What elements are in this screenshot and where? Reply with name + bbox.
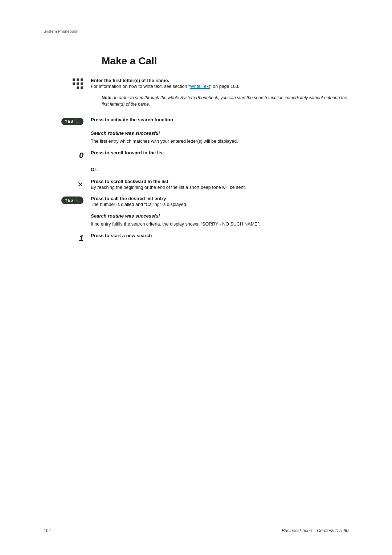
zero-icon-container: 0	[44, 150, 91, 160]
one-icon: 1	[79, 234, 83, 243]
step-asterisk-text: Press to scroll backward in the list By …	[91, 179, 348, 191]
step-1-note: Note: In order to step through the whole…	[102, 94, 348, 108]
or-text-container: Or:	[91, 165, 348, 174]
step-one-text: Press to start a new search	[91, 233, 348, 238]
asterisk-icon-container: ✕	[44, 179, 91, 189]
step-yes-2: YES 📞 Press to call the desired list ent…	[44, 196, 348, 208]
step-yes-2-text: Press to call the desired list entry The…	[91, 196, 348, 208]
step-asterisk-label: Press to scroll backward in the list	[91, 179, 348, 184]
search-desc-1: The first entry which matches with your …	[91, 138, 348, 145]
keypad-dot	[77, 86, 79, 89]
keypad-dot	[73, 82, 75, 85]
keypad-dot	[77, 82, 79, 85]
header-label: System Phonebook	[44, 29, 348, 33]
keypad-icon	[73, 78, 83, 89]
keypad-dot	[73, 78, 75, 81]
step-1-description: For information on how to write text, se…	[91, 83, 348, 90]
search-desc-2: If no entry fulfils the search criteria,…	[91, 221, 348, 228]
phone-icon-2: 📞	[75, 198, 80, 203]
keypad-dot	[81, 78, 83, 81]
phone-icon: 📞	[75, 119, 80, 124]
step-one: 1 Press to start a new search	[44, 233, 348, 243]
keypad-dot	[81, 82, 83, 85]
step-zero-text: Press to scroll forward in the list	[91, 150, 348, 155]
yes-button-1: YES 📞	[61, 118, 83, 125]
step-1-bold-label: Enter the first letter(s) of the name.	[91, 78, 348, 83]
step-7-icon-empty	[44, 213, 91, 214]
write-text-link[interactable]: Write Text	[190, 84, 210, 89]
yes-button-2-container: YES 📞	[44, 196, 91, 204]
step-zero: 0 Press to scroll forward in the list	[44, 150, 348, 160]
keypad-dot	[77, 78, 79, 81]
page: System Phonebook Make a Call Enter the f…	[0, 0, 392, 555]
step-2: YES 📞 Press to activate the search funct…	[44, 117, 348, 125]
footer-right-text: BusinessPhone – Cordless DT590	[282, 528, 348, 533]
yes-button-1-container: YES 📞	[44, 117, 91, 125]
one-icon-container: 1	[44, 233, 91, 243]
step-asterisk: ✕ Press to scroll backward in the list B…	[44, 179, 348, 191]
step-7-text: Search routine was successful If no entr…	[91, 213, 348, 228]
page-number: 102	[44, 528, 51, 533]
step-one-label: Press to start a new search	[91, 233, 348, 238]
step-zero-label: Press to scroll forward in the list	[91, 150, 348, 155]
step-yes-2-label: Press to call the desired list entry	[91, 196, 348, 201]
step-3-text: Search routine was successful The first …	[91, 130, 348, 145]
step-asterisk-desc: By reaching the beginning or the end of …	[91, 184, 348, 191]
asterisk-icon: ✕	[77, 180, 83, 189]
or-label: Or:	[91, 167, 348, 172]
step-1-text: Enter the first letter(s) of the name. F…	[91, 78, 348, 112]
keypad-icon-container	[44, 78, 91, 89]
search-heading-1: Search routine was successful	[91, 130, 348, 136]
or-row: Or:	[44, 165, 348, 174]
zero-icon: 0	[79, 151, 83, 160]
step-1: Enter the first letter(s) of the name. F…	[44, 78, 348, 112]
search-success-2: Search routine was successful If no entr…	[44, 213, 348, 228]
or-icon-empty	[44, 165, 91, 166]
keypad-dot	[81, 86, 83, 89]
step-2-text: Press to activate the search function	[91, 117, 348, 122]
page-footer: 102 BusinessPhone – Cordless DT590	[0, 528, 392, 533]
page-title: Make a Call	[102, 55, 348, 67]
search-heading-2: Search routine was successful	[91, 213, 348, 219]
search-success-1: Search routine was successful The first …	[44, 130, 348, 145]
step-2-bold-label: Press to activate the search function	[91, 117, 348, 122]
keypad-dot-empty	[73, 86, 75, 89]
yes-button-2: YES 📞	[61, 197, 83, 204]
step-yes-2-desc: The number is dialled and “Calling” is d…	[91, 201, 348, 208]
step-3-icon-empty	[44, 130, 91, 131]
